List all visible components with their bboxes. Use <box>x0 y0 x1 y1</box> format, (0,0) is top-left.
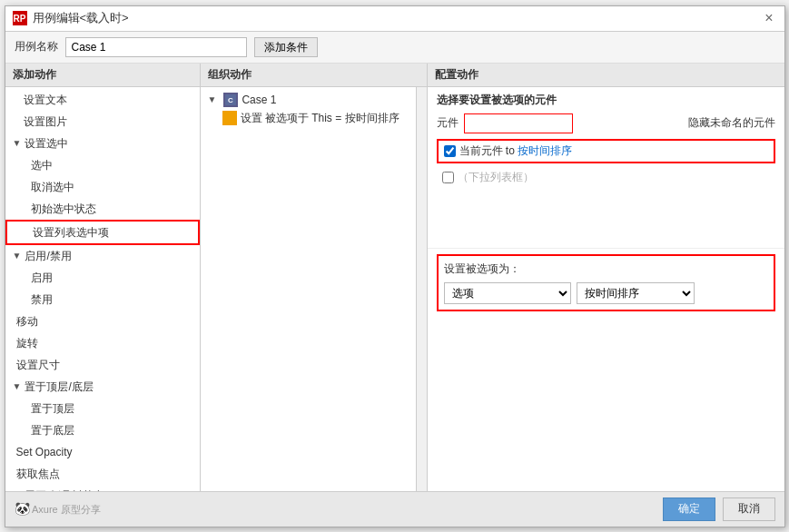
case-icon: C <box>223 93 238 107</box>
hide-label: 隐藏未命名的元件 <box>688 115 775 131</box>
right-panel: 配置动作 选择要设置被选项的元件 元件 隐藏未命名的元件 当前元件 to <box>428 64 784 491</box>
dropdown-label: （下拉列表框） <box>458 170 534 185</box>
action-set-opacity[interactable]: Set Opacity <box>5 441 200 463</box>
title-bar-left: RP 用例编辑<载入时> <box>13 10 129 26</box>
sort-select[interactable]: 按时间排序 <box>577 282 695 304</box>
svg-text:C: C <box>229 96 234 104</box>
action-select[interactable]: 选中 <box>5 154 200 176</box>
watermark: 🐼 Axure 原型分享 <box>15 501 656 517</box>
expand-icon-3: ▼ <box>13 378 22 396</box>
current-element-row[interactable]: 当前元件 to 按时间排序 <box>437 139 775 163</box>
middle-with-scroll: ▼ C Case 1 设置 被选项于 This = 按时间排序 <box>201 87 427 491</box>
element-filter-row: 元件 隐藏未命名的元件 <box>437 113 775 133</box>
action-set-text[interactable]: 设置文本 <box>5 89 200 111</box>
filter-label: 元件 <box>437 115 459 131</box>
expand-icon-2: ▼ <box>13 247 22 265</box>
svg-marker-2 <box>225 113 234 123</box>
middle-panel-header: 组织动作 <box>201 64 427 87</box>
action-set-image[interactable]: 设置图片 <box>5 111 200 133</box>
expand-icon: ▼ <box>13 134 22 153</box>
current-element-label: 当前元件 to 按时间排序 <box>459 143 573 159</box>
action-set-size[interactable]: 设置尺寸 <box>5 354 200 376</box>
action-group-tree-node[interactable]: ▼ 展开/折叠树节点 <box>5 485 200 491</box>
action-label: 设置 被选项于 This = 按时间排序 <box>241 111 399 126</box>
action-icon <box>222 111 237 125</box>
left-panel-content: 设置文本 设置图片 ▼ 设置选中 选中 取消选中 初始选中状态 设置列表选中项 … <box>5 87 200 491</box>
ok-button[interactable]: 确定 <box>663 498 715 521</box>
case-row[interactable]: ▼ C Case 1 <box>204 91 412 109</box>
close-button[interactable]: × <box>761 10 776 26</box>
use-case-label: 用例名称 <box>15 39 58 54</box>
element-list-area <box>437 188 775 242</box>
cancel-button[interactable]: 取消 <box>723 498 775 521</box>
action-group-layer[interactable]: ▼ 置于顶层/底层 <box>5 376 200 398</box>
dropdown-row: （下拉列表框） <box>437 167 775 188</box>
action-rotate[interactable]: 旋转 <box>5 332 200 354</box>
add-condition-button[interactable]: 添加条件 <box>254 37 318 57</box>
action-send-back[interactable]: 置于底层 <box>5 419 200 441</box>
config-area: 选择要设置被选项的元件 元件 隐藏未命名的元件 当前元件 to 按时间排序 <box>428 87 784 491</box>
footer: 🐼 Axure 原型分享 确定 取消 <box>5 491 784 527</box>
current-element-checkbox[interactable] <box>444 145 456 157</box>
app-icon: RP <box>13 11 27 25</box>
action-move[interactable]: 移动 <box>5 310 200 332</box>
option-select[interactable]: 选项 <box>444 282 571 304</box>
case-tree: ▼ C Case 1 设置 被选项于 This = 按时间排序 <box>201 87 416 491</box>
action-disable[interactable]: 禁用 <box>5 289 200 310</box>
set-selected-section: 设置被选项为： 选项 按时间排序 <box>437 254 775 311</box>
main-area: 添加动作 设置文本 设置图片 ▼ 设置选中 选中 取消选中 初始选中状态 设置列… <box>5 64 784 491</box>
current-element-value: 按时间排序 <box>518 144 572 157</box>
set-selected-title: 设置被选项为： <box>444 261 768 277</box>
filter-input[interactable] <box>464 113 573 133</box>
dialog: RP 用例编辑<载入时> × 用例名称 添加条件 添加动作 设置文本 设置图片 … <box>5 5 785 527</box>
case-label: Case 1 <box>242 94 276 106</box>
action-group-set-selected[interactable]: ▼ 设置选中 <box>5 133 200 154</box>
action-toggle-select[interactable]: 初始选中状态 <box>5 198 200 220</box>
action-group-enable-disable[interactable]: ▼ 启用/禁用 <box>5 245 200 267</box>
left-panel-header: 添加动作 <box>5 64 200 87</box>
action-deselect[interactable]: 取消选中 <box>5 176 200 198</box>
action-bring-front[interactable]: 置于顶层 <box>5 398 200 419</box>
title-bar: RP 用例编辑<载入时> × <box>5 6 784 32</box>
middle-panel: 组织动作 ▼ C Case 1 设置 被选项于 This = 按时间 <box>201 64 428 491</box>
action-row[interactable]: 设置 被选项于 This = 按时间排序 <box>204 109 412 128</box>
action-set-list-selected[interactable]: 设置列表选中项 <box>5 220 200 245</box>
set-selected-row: 选项 按时间排序 <box>444 282 768 304</box>
dialog-title: 用例编辑<载入时> <box>33 10 129 26</box>
use-case-bar: 用例名称 添加条件 <box>5 32 784 64</box>
select-element-section: 选择要设置被选项的元件 元件 隐藏未命名的元件 当前元件 to 按时间排序 <box>428 87 784 249</box>
left-panel: 添加动作 设置文本 设置图片 ▼ 设置选中 选中 取消选中 初始选中状态 设置列… <box>5 64 201 491</box>
case-expand-icon: ▼ <box>208 94 217 104</box>
action-enable[interactable]: 启用 <box>5 267 200 289</box>
middle-scrollbar[interactable] <box>416 87 427 491</box>
use-case-input[interactable] <box>65 37 247 57</box>
right-panel-header: 配置动作 <box>428 64 784 87</box>
select-element-title: 选择要设置被选项的元件 <box>437 93 775 108</box>
action-focus[interactable]: 获取焦点 <box>5 463 200 485</box>
dropdown-checkbox[interactable] <box>442 172 454 183</box>
